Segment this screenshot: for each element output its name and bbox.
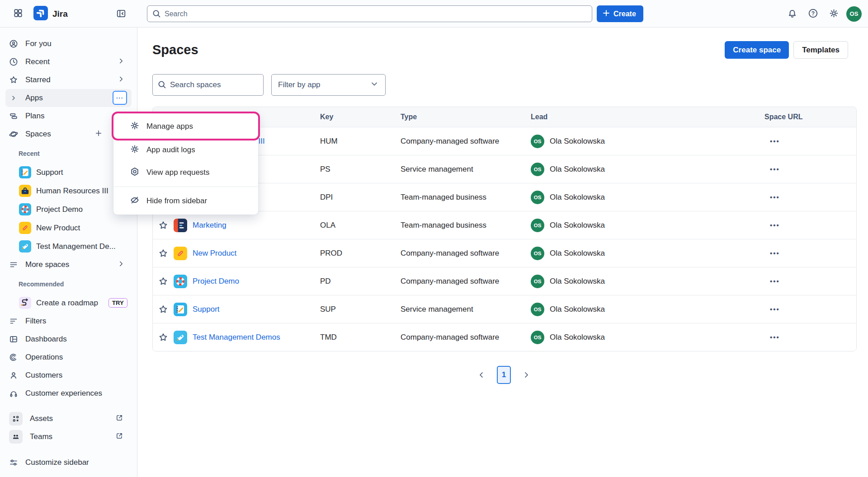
- sidebar-item-teams[interactable]: Teams: [5, 428, 132, 446]
- sidebar-item-for-you[interactable]: For you: [5, 35, 132, 53]
- menu-item-app-audit-logs[interactable]: App audit logs: [113, 139, 258, 161]
- sidebar-item-assets[interactable]: Assets: [5, 410, 132, 428]
- search-spaces-input[interactable]: [152, 74, 264, 96]
- space-label: Support: [36, 168, 63, 177]
- star-button[interactable]: [158, 248, 168, 258]
- menu-item-view-app-requests[interactable]: View app requests: [113, 161, 258, 184]
- sidebar-label: Customers: [25, 371, 62, 380]
- table-row[interactable]: DPI Team-managed business OSOla Sokolows…: [153, 183, 856, 211]
- sidebar-space-human-resources[interactable]: Human Resources III: [5, 182, 132, 200]
- row-actions-button[interactable]: •••: [763, 193, 856, 201]
- next-page-button[interactable]: [522, 370, 531, 379]
- headphones-icon: [9, 389, 18, 398]
- table-row[interactable]: PS Service management OSOla Sokolowska •…: [153, 155, 856, 183]
- menu-item-label: Manage apps: [146, 122, 193, 131]
- table-row[interactable]: Project Demo PD Company-managed software…: [153, 267, 856, 295]
- settings-button[interactable]: [826, 6, 842, 22]
- sidebar-item-filters[interactable]: Filters: [5, 312, 132, 330]
- gear-icon: [829, 8, 839, 20]
- lead-name: Ola Sokolowska: [550, 305, 605, 314]
- page-number-button[interactable]: 1: [497, 366, 511, 384]
- collapse-sidebar-button[interactable]: [113, 6, 129, 22]
- menu-item-label: View app requests: [146, 168, 210, 177]
- roadmap-icon: [19, 297, 31, 309]
- row-actions-button[interactable]: •••: [763, 249, 856, 257]
- sidebar-space-project-demo[interactable]: Project Demo: [5, 200, 132, 219]
- previous-page-button[interactable]: [477, 370, 486, 379]
- plans-icon: [9, 112, 18, 121]
- space-name-link[interactable]: Marketing: [193, 221, 226, 230]
- column-header-lead: Lead: [529, 113, 763, 121]
- sidebar-item-apps[interactable]: Apps ···: [5, 89, 132, 107]
- add-space-plus-icon[interactable]: [94, 129, 103, 140]
- lead-avatar: OS: [531, 331, 544, 344]
- star-button[interactable]: [158, 276, 168, 286]
- menu-item-manage-apps[interactable]: Manage apps: [113, 114, 258, 139]
- sidebar-item-more-spaces[interactable]: More spaces: [5, 256, 132, 274]
- chevron-right-icon: [9, 94, 18, 103]
- global-search-input[interactable]: [147, 5, 592, 22]
- create-button[interactable]: Create: [597, 5, 643, 22]
- space-name-link[interactable]: Test Management Demos: [193, 333, 280, 342]
- space-key: PROD: [318, 249, 399, 258]
- space-name-link[interactable]: New Product: [193, 249, 236, 258]
- filter-by-app-select[interactable]: Filter by app: [271, 74, 386, 96]
- sidebar-item-customize[interactable]: Customize sidebar: [5, 454, 132, 472]
- table-row[interactable]: Support SUP Service management OSOla Sok…: [153, 295, 856, 323]
- row-actions-button[interactable]: •••: [763, 137, 856, 145]
- sidebar-item-plans[interactable]: Plans: [5, 107, 132, 125]
- chevron-down-icon: [370, 80, 379, 91]
- sidebar-item-operations[interactable]: Operations: [5, 348, 132, 366]
- sidebar-item-spaces[interactable]: Spaces: [5, 125, 132, 143]
- menu-item-label: Hide from sidebar: [146, 196, 207, 206]
- column-header-space-url: Space URL: [763, 113, 856, 121]
- hr-briefcase-icon: [19, 185, 31, 197]
- apps-more-options-button[interactable]: ···: [113, 91, 127, 105]
- table-row[interactable]: Marketing OLA Team-managed business OSOl…: [153, 211, 856, 239]
- sidebar-space-support[interactable]: Support: [5, 163, 132, 182]
- sidebar-space-new-product[interactable]: New Product: [5, 219, 132, 237]
- sidebar-item-recent[interactable]: Recent: [5, 53, 132, 71]
- jira-brand[interactable]: Jira: [33, 6, 68, 22]
- space-name-link[interactable]: Project Demo: [193, 277, 239, 286]
- row-actions-button[interactable]: •••: [763, 221, 856, 229]
- star-button[interactable]: [158, 220, 168, 230]
- dashboards-icon: [9, 335, 18, 344]
- svg-text:?: ?: [811, 10, 814, 16]
- space-type: Service management: [399, 165, 529, 174]
- menu-item-hide-from-sidebar[interactable]: Hide from sidebar: [113, 190, 258, 212]
- notifications-button[interactable]: [784, 6, 800, 22]
- templates-button[interactable]: Templates: [793, 41, 848, 59]
- sidebar-space-test-management[interactable]: Test Management De...: [5, 237, 132, 256]
- lines-icon: [9, 260, 18, 269]
- sidebar-item-customer-experiences[interactable]: Customer experiences: [5, 384, 132, 402]
- row-actions-button[interactable]: •••: [763, 333, 856, 341]
- search-icon: [152, 9, 161, 20]
- sidebar-item-create-roadmap[interactable]: Create a roadmap TRY: [5, 294, 132, 312]
- sidebar-label: Customer experiences: [25, 389, 102, 398]
- space-type: Company-managed software: [399, 249, 529, 258]
- hexagon-target-icon: [130, 167, 140, 179]
- help-button[interactable]: ?: [805, 6, 821, 22]
- table-row[interactable]: New Product PROD Company-managed softwar…: [153, 239, 856, 267]
- sidebar-label: Create a roadmap: [36, 299, 98, 308]
- sidebar-item-starred[interactable]: Starred: [5, 71, 132, 89]
- table-row[interactable]: Human Resources III HUM Company-managed …: [153, 127, 856, 155]
- sidebar-item-customers[interactable]: Customers: [5, 366, 132, 384]
- user-avatar[interactable]: OS: [846, 6, 862, 22]
- help-icon: ?: [808, 8, 818, 20]
- space-key: HUM: [318, 137, 399, 146]
- row-actions-button[interactable]: •••: [763, 165, 856, 173]
- table-row[interactable]: Test Management Demos TMD Company-manage…: [153, 323, 856, 351]
- space-name-link[interactable]: Support: [193, 305, 220, 314]
- create-button-label: Create: [613, 10, 636, 18]
- row-actions-button[interactable]: •••: [763, 305, 856, 313]
- star-button[interactable]: [158, 332, 168, 342]
- app-switcher-button[interactable]: [10, 6, 26, 22]
- sidebar-item-dashboards[interactable]: Dashboards: [5, 330, 132, 348]
- recent-section-header: Recent: [5, 147, 132, 160]
- star-button[interactable]: [158, 304, 168, 314]
- create-space-button[interactable]: Create space: [725, 41, 789, 59]
- table-header-row: Key Type Lead Space URL: [153, 107, 856, 127]
- row-actions-button[interactable]: •••: [763, 277, 856, 285]
